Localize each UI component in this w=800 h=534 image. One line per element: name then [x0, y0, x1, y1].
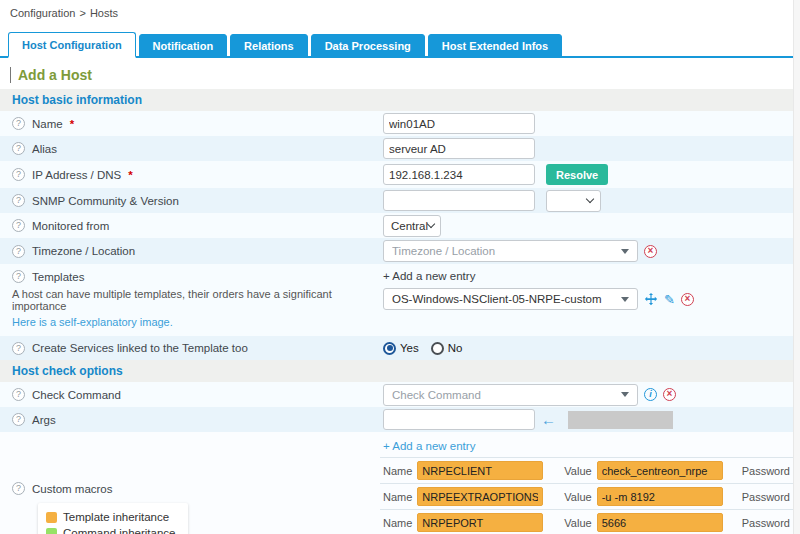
check-command-label: Check Command — [32, 389, 121, 401]
breadcrumb-configuration[interactable]: Configuration — [10, 7, 75, 19]
help-icon[interactable]: ? — [12, 219, 25, 232]
macros-add-entry-link[interactable]: + Add a new entry — [383, 440, 475, 457]
help-icon[interactable]: ? — [12, 388, 25, 401]
macro-value-input[interactable] — [597, 461, 723, 480]
args-input[interactable] — [383, 409, 535, 430]
required-asterisk: * — [128, 169, 132, 181]
radio-yes[interactable]: Yes — [383, 342, 419, 355]
macro-value-input[interactable] — [597, 513, 723, 532]
info-icon[interactable]: i — [644, 388, 657, 401]
move-icon[interactable] — [644, 292, 658, 306]
snmp-label: SNMP Community & Version — [32, 195, 179, 207]
template-inheritance-label: Template inheritance — [63, 509, 169, 525]
required-asterisk: * — [70, 118, 74, 130]
radio-yes-label: Yes — [400, 342, 419, 354]
breadcrumb: Configuration>Hosts — [0, 0, 800, 24]
templates-label: Templates — [32, 271, 84, 283]
snmp-version-select[interactable] — [546, 190, 601, 212]
help-icon[interactable]: ? — [12, 413, 25, 426]
radio-no[interactable]: No — [431, 342, 463, 355]
section-header-check: Host check options — [0, 360, 800, 382]
resolve-button[interactable]: Resolve — [546, 164, 608, 185]
caret-down-icon — [621, 392, 629, 397]
alias-label: Alias — [32, 143, 57, 155]
help-icon[interactable]: ? — [12, 270, 25, 283]
help-icon[interactable]: ? — [12, 168, 25, 181]
row-create-services: ? Create Services linked to the Template… — [0, 336, 800, 360]
clear-check-command-icon[interactable]: × — [663, 388, 676, 401]
chevron-down-icon — [427, 220, 435, 228]
arrow-left-icon: ← — [541, 412, 556, 427]
args-label: Args — [32, 414, 56, 426]
macro-value-label: Value — [564, 465, 591, 477]
macro-password-label: Password — [742, 517, 790, 529]
check-command-placeholder: Check Command — [392, 389, 615, 401]
templates-note: A host can have multiple templates, thei… — [12, 288, 380, 312]
tab-host-extended-infos[interactable]: Host Extended Infos — [428, 34, 562, 58]
radio-yes-icon[interactable] — [383, 342, 396, 355]
vertical-scrollbar[interactable] — [793, 0, 800, 534]
monitored-from-label: Monitored from — [32, 220, 109, 232]
breadcrumb-hosts[interactable]: Hosts — [90, 7, 118, 19]
ip-address-label: IP Address / DNS — [32, 169, 121, 181]
caret-down-icon — [621, 297, 629, 302]
clear-timezone-icon[interactable]: × — [644, 245, 657, 258]
tab-bar: Host Configuration Notification Relation… — [0, 32, 800, 58]
monitored-from-value: Central — [391, 220, 428, 232]
tab-notification[interactable]: Notification — [139, 34, 228, 58]
row-args: ? Args ← — [0, 407, 800, 432]
tab-data-processing[interactable]: Data Processing — [311, 34, 425, 58]
template-selected-value: OS-Windows-NSClient-05-NRPE-custom — [392, 293, 615, 305]
help-icon[interactable]: ? — [12, 142, 25, 155]
help-icon[interactable]: ? — [12, 194, 25, 207]
macro-name-input[interactable] — [417, 513, 543, 532]
row-add-macro: + Add a new entry — [0, 432, 800, 458]
macro-name-label: Name — [383, 517, 412, 529]
tab-relations[interactable]: Relations — [230, 34, 308, 58]
templates-example-link[interactable]: Here is a self-explanatory image. — [12, 316, 173, 328]
check-command-select[interactable]: Check Command — [383, 384, 638, 406]
macro-name-input[interactable] — [417, 461, 543, 480]
macro-password-label: Password — [742, 491, 790, 503]
create-services-radio-group: Yes No — [383, 342, 462, 355]
name-label: Name — [32, 118, 63, 130]
custom-macros-label: Custom macros — [32, 483, 113, 495]
row-monitored-from: ? Monitored from Central — [0, 213, 800, 238]
macro-value-input[interactable] — [597, 487, 723, 506]
chevron-down-icon — [586, 195, 594, 203]
template-select[interactable]: OS-Windows-NSClient-05-NRPE-custom — [383, 288, 638, 310]
help-icon[interactable]: ? — [12, 117, 25, 130]
alias-input[interactable] — [383, 138, 535, 159]
row-timezone: ? Timezone / Location Timezone / Locatio… — [0, 238, 800, 264]
edit-icon[interactable]: ✎ — [664, 293, 675, 306]
macro-row: Name Value Password ↶ × — [380, 458, 800, 484]
delete-template-icon[interactable]: × — [681, 293, 694, 306]
row-check-command: ? Check Command Check Command i × — [0, 382, 800, 407]
page-title: Add a Host — [10, 67, 800, 83]
name-input[interactable] — [383, 113, 535, 134]
macro-password-label: Password — [742, 465, 790, 477]
timezone-select[interactable]: Timezone / Location — [383, 240, 638, 262]
section-header-basic: Host basic information — [0, 89, 800, 111]
template-inheritance-swatch — [46, 512, 57, 523]
timezone-label: Timezone / Location — [32, 245, 135, 257]
templates-add-entry[interactable]: + Add a new entry — [383, 270, 786, 282]
radio-no-icon[interactable] — [431, 342, 444, 355]
macro-row: Name Value Password ↶ × — [380, 484, 800, 510]
row-alias: ? Alias — [0, 136, 800, 161]
snmp-community-input[interactable] — [383, 190, 535, 211]
macro-name-label: Name — [383, 465, 412, 477]
macro-row: Name Value Password ↶ × — [380, 510, 800, 534]
monitored-from-select[interactable]: Central — [383, 215, 441, 237]
row-name: ? Name * — [0, 111, 800, 136]
radio-no-label: No — [448, 342, 463, 354]
tab-host-configuration[interactable]: Host Configuration — [8, 32, 136, 58]
row-templates: ? Templates A host can have multiple tem… — [0, 264, 800, 336]
ip-address-input[interactable] — [383, 164, 535, 185]
help-icon[interactable]: ? — [12, 245, 25, 258]
caret-down-icon — [621, 249, 629, 254]
macro-value-label: Value — [564, 517, 591, 529]
help-icon[interactable]: ? — [12, 482, 25, 495]
macro-name-input[interactable] — [417, 487, 543, 506]
help-icon[interactable]: ? — [12, 342, 25, 355]
